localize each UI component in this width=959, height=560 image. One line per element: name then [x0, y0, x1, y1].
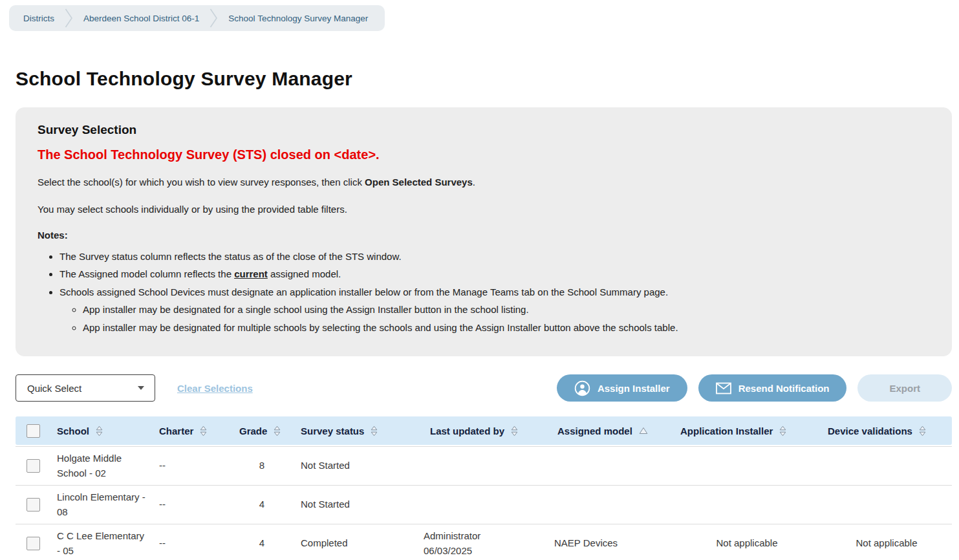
instruction-post: . — [473, 177, 475, 188]
survey-closed-notice: The School Technology Survey (STS) close… — [38, 147, 930, 162]
row-checkbox-cell — [16, 537, 52, 550]
row-checkbox-cell — [16, 459, 52, 473]
sub-note-item: App installer may be designated for a si… — [83, 303, 930, 318]
column-label: Charter — [159, 425, 193, 436]
column-label: Grade — [239, 425, 267, 436]
assign-installer-label: Assign Installer — [598, 383, 670, 394]
note-bold: current — [234, 268, 268, 279]
toolbar-button-group: Assign Installer Resend Notification Exp… — [557, 374, 952, 402]
caret-down-icon — [138, 386, 144, 390]
schools-table: School Charter Grade Survey status Last … — [16, 416, 952, 560]
table-row: C C Lee Elementary - 05 -- 4 Completed A… — [16, 524, 952, 560]
column-header-grade[interactable]: Grade — [233, 425, 291, 436]
column-label: Application Installer — [680, 425, 773, 436]
survey-selection-panel: Survey Selection The School Technology S… — [16, 107, 952, 356]
column-header-school[interactable]: School — [52, 425, 155, 436]
select-all-checkbox[interactable] — [27, 424, 40, 438]
sort-up-down-icon — [200, 425, 207, 436]
grade-cell: 4 — [233, 497, 291, 512]
charter-cell: -- — [155, 536, 233, 551]
column-label: Survey status — [301, 425, 364, 436]
breadcrumb-current-page: School Technology Survey Manager — [228, 14, 368, 23]
note-item: The Assigned model column reflects the c… — [59, 267, 930, 282]
column-header-charter[interactable]: Charter — [155, 425, 233, 436]
grade-cell: 8 — [233, 458, 291, 473]
table-row: Lincoln Elementary - 08 -- 4 Not Started — [16, 485, 952, 524]
clear-selections-link[interactable]: Clear Selections — [177, 383, 253, 394]
breadcrumb-district-name[interactable]: Aberdeen School District 06-1 — [83, 14, 199, 23]
breadcrumb-districts[interactable]: Districts — [23, 14, 54, 23]
table-row: Holgate Middle School - 02 -- 8 Not Star… — [16, 446, 952, 485]
envelope-icon — [716, 382, 731, 394]
export-label: Export — [889, 383, 920, 394]
last-updated-date: 06/03/2025 — [424, 544, 546, 559]
sort-up-down-icon — [779, 425, 786, 436]
column-header-assigned-model[interactable]: Assigned model — [546, 425, 673, 436]
resend-notification-label: Resend Notification — [738, 383, 830, 394]
school-cell: Holgate Middle School - 02 — [52, 451, 155, 480]
school-cell: Lincoln Elementary - 08 — [52, 490, 155, 519]
row-checkbox[interactable] — [27, 498, 40, 512]
row-checkbox-cell — [16, 498, 52, 512]
row-checkbox[interactable] — [27, 537, 40, 550]
school-cell: C C Lee Elementary - 05 — [52, 529, 155, 558]
sort-up-down-icon — [96, 425, 103, 436]
assigned-model-cell: NAEP Devices — [546, 536, 673, 551]
sort-up-down-icon — [919, 425, 926, 436]
grade-cell: 4 — [233, 536, 291, 551]
breadcrumb: Districts Aberdeen School District 06-1 … — [9, 5, 385, 31]
column-header-application-installer[interactable]: Application Installer — [673, 425, 821, 436]
column-header-last-updated-by[interactable]: Last updated by — [414, 425, 546, 436]
instruction-bold: Open Selected Surveys — [365, 177, 473, 188]
chevron-right-icon — [210, 6, 218, 30]
panel-heading: Survey Selection — [38, 123, 930, 137]
resend-notification-button[interactable]: Resend Notification — [698, 374, 847, 402]
survey-status-cell: Not Started — [291, 458, 414, 473]
charter-cell: -- — [155, 458, 233, 473]
export-button[interactable]: Export — [857, 374, 952, 402]
device-validations-cell: Not applicable — [821, 536, 952, 551]
toolbar: Quick Select Clear Selections Assign Ins… — [16, 374, 952, 402]
notes-list: The Survey status column reflects the st… — [38, 250, 930, 336]
column-header-device-validations[interactable]: Device validations — [821, 425, 952, 436]
triangle-up-icon — [639, 427, 648, 435]
note-item: Schools assigned School Devices must des… — [59, 285, 930, 336]
notes-label: Notes: — [38, 230, 930, 241]
row-checkbox[interactable] — [27, 459, 40, 473]
survey-status-cell: Completed — [291, 536, 414, 551]
page-title: School Technology Survey Manager — [16, 68, 959, 90]
sort-up-down-icon — [274, 425, 281, 436]
column-label: Assigned model — [557, 425, 632, 436]
charter-cell: -- — [155, 497, 233, 512]
table-body: Holgate Middle School - 02 -- 8 Not Star… — [16, 446, 952, 560]
note-item: The Survey status column reflects the st… — [59, 250, 930, 264]
last-updated-by-cell: Administrator 06/03/2025 — [414, 529, 546, 558]
column-header-survey-status[interactable]: Survey status — [291, 425, 414, 436]
sort-up-down-icon — [511, 425, 518, 436]
column-label: Last updated by — [430, 425, 504, 436]
sub-note-item: App installer may be designated for mult… — [83, 321, 930, 336]
last-updated-name: Administrator — [424, 529, 546, 544]
note-post: assigned model. — [268, 268, 341, 279]
column-label: Device validations — [828, 425, 912, 436]
instruction-text: Select the school(s) for which you wish … — [38, 175, 930, 189]
sub-notes-list: App installer may be designated for a si… — [59, 303, 930, 335]
note-text: Schools assigned School Devices must des… — [59, 286, 668, 297]
chevron-right-icon — [65, 6, 73, 30]
person-circle-icon — [574, 380, 590, 396]
quick-select-dropdown[interactable]: Quick Select — [16, 374, 155, 402]
note-pre: The Assigned model column reflects the — [59, 268, 234, 279]
table-header-row: School Charter Grade Survey status Last … — [16, 416, 952, 445]
instruction-pre: Select the school(s) for which you wish … — [38, 177, 365, 188]
column-label: School — [57, 425, 89, 436]
application-installer-cell: Not applicable — [673, 536, 821, 551]
instruction-text-2: You may select schools individually or b… — [38, 202, 930, 217]
select-all-checkbox-cell — [16, 424, 52, 438]
assign-installer-button[interactable]: Assign Installer — [557, 374, 687, 402]
survey-status-cell: Not Started — [291, 497, 414, 512]
sort-up-down-icon — [371, 425, 378, 436]
quick-select-label: Quick Select — [27, 383, 81, 394]
